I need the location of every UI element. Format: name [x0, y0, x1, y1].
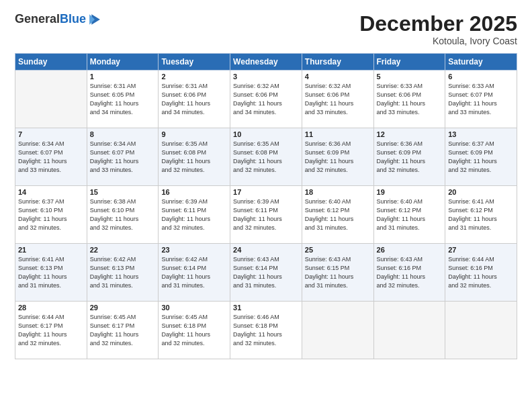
logo: GeneralBlue [15, 12, 102, 27]
calendar-cell: 8Sunrise: 6:34 AMSunset: 6:07 PMDaylight… [87, 128, 159, 186]
week-row-4: 21Sunrise: 6:41 AMSunset: 6:13 PMDayligh… [15, 244, 517, 302]
day-number: 19 [377, 188, 443, 196]
cell-info: Sunrise: 6:38 AMSunset: 6:10 PMDaylight:… [90, 197, 156, 232]
calendar-cell: 28Sunrise: 6:44 AMSunset: 6:17 PMDayligh… [15, 302, 87, 359]
day-number: 16 [161, 188, 227, 196]
cell-info: Sunrise: 6:33 AMSunset: 6:07 PMDaylight:… [448, 82, 514, 117]
calendar-cell: 27Sunrise: 6:44 AMSunset: 6:16 PMDayligh… [445, 244, 517, 302]
day-number: 25 [305, 246, 371, 254]
cell-info: Sunrise: 6:31 AMSunset: 6:05 PMDaylight:… [90, 82, 156, 117]
cell-info: Sunrise: 6:46 AMSunset: 6:18 PMDaylight:… [233, 313, 299, 348]
calendar-cell: 13Sunrise: 6:37 AMSunset: 6:09 PMDayligh… [445, 128, 517, 186]
cell-info: Sunrise: 6:43 AMSunset: 6:15 PMDaylight:… [305, 255, 371, 290]
week-row-2: 7Sunrise: 6:34 AMSunset: 6:07 PMDaylight… [15, 128, 517, 186]
week-row-1: 1Sunrise: 6:31 AMSunset: 6:05 PMDaylight… [15, 71, 517, 128]
cell-info: Sunrise: 6:39 AMSunset: 6:11 PMDaylight:… [233, 197, 299, 232]
day-number: 28 [18, 304, 84, 312]
cell-info: Sunrise: 6:34 AMSunset: 6:07 PMDaylight:… [18, 140, 84, 175]
calendar-cell: 22Sunrise: 6:42 AMSunset: 6:13 PMDayligh… [87, 244, 159, 302]
day-number: 14 [18, 188, 84, 196]
cell-info: Sunrise: 6:32 AMSunset: 6:06 PMDaylight:… [305, 82, 371, 117]
day-number: 24 [233, 246, 299, 254]
day-number: 9 [161, 130, 227, 138]
calendar-cell: 25Sunrise: 6:43 AMSunset: 6:15 PMDayligh… [302, 244, 373, 302]
calendar-cell: 23Sunrise: 6:42 AMSunset: 6:14 PMDayligh… [159, 244, 230, 302]
calendar-cell: 15Sunrise: 6:38 AMSunset: 6:10 PMDayligh… [87, 186, 159, 244]
calendar-cell: 4Sunrise: 6:32 AMSunset: 6:06 PMDaylight… [302, 71, 373, 128]
calendar-cell [445, 302, 517, 359]
day-number: 22 [90, 246, 156, 254]
calendar-cell [302, 302, 373, 359]
day-number: 3 [233, 73, 299, 81]
day-number: 6 [448, 73, 514, 81]
day-number: 8 [90, 130, 156, 138]
cell-info: Sunrise: 6:33 AMSunset: 6:06 PMDaylight:… [377, 82, 443, 117]
cell-info: Sunrise: 6:31 AMSunset: 6:06 PMDaylight:… [161, 82, 227, 117]
header: GeneralBlue December 2025 Kotoula, Ivory… [15, 12, 517, 46]
cell-info: Sunrise: 6:37 AMSunset: 6:09 PMDaylight:… [448, 140, 514, 175]
calendar-cell: 21Sunrise: 6:41 AMSunset: 6:13 PMDayligh… [15, 244, 87, 302]
location: Kotoula, Ivory Coast [359, 36, 517, 46]
logo-general-text: General [15, 12, 60, 26]
weekday-header-friday: Friday [373, 54, 445, 71]
weekday-header-row: SundayMondayTuesdayWednesdayThursdayFrid… [15, 54, 517, 71]
weekday-header-thursday: Thursday [302, 54, 373, 71]
cell-info: Sunrise: 6:35 AMSunset: 6:08 PMDaylight:… [161, 140, 227, 175]
weekday-header-wednesday: Wednesday [230, 54, 302, 71]
calendar-cell: 9Sunrise: 6:35 AMSunset: 6:08 PMDaylight… [159, 128, 230, 186]
cell-info: Sunrise: 6:36 AMSunset: 6:09 PMDaylight:… [377, 140, 443, 175]
cell-info: Sunrise: 6:45 AMSunset: 6:17 PMDaylight:… [90, 313, 156, 348]
cell-info: Sunrise: 6:39 AMSunset: 6:11 PMDaylight:… [161, 197, 227, 232]
day-number: 13 [448, 130, 514, 138]
weekday-header-saturday: Saturday [445, 54, 517, 71]
day-number: 23 [161, 246, 227, 254]
calendar-cell: 29Sunrise: 6:45 AMSunset: 6:17 PMDayligh… [87, 302, 159, 359]
day-number: 7 [18, 130, 84, 138]
weekday-header-monday: Monday [87, 54, 159, 71]
calendar-cell [373, 302, 445, 359]
calendar-cell: 5Sunrise: 6:33 AMSunset: 6:06 PMDaylight… [373, 71, 445, 128]
day-number: 12 [377, 130, 443, 138]
day-number: 31 [233, 304, 299, 312]
calendar-cell: 17Sunrise: 6:39 AMSunset: 6:11 PMDayligh… [230, 186, 302, 244]
cell-info: Sunrise: 6:43 AMSunset: 6:14 PMDaylight:… [233, 255, 299, 290]
page: GeneralBlue December 2025 Kotoula, Ivory… [0, 0, 532, 411]
week-row-5: 28Sunrise: 6:44 AMSunset: 6:17 PMDayligh… [15, 302, 517, 359]
calendar-cell: 1Sunrise: 6:31 AMSunset: 6:05 PMDaylight… [87, 71, 159, 128]
calendar-cell: 10Sunrise: 6:35 AMSunset: 6:08 PMDayligh… [230, 128, 302, 186]
cell-info: Sunrise: 6:40 AMSunset: 6:12 PMDaylight:… [305, 197, 371, 232]
title-block: December 2025 Kotoula, Ivory Coast [359, 12, 517, 46]
calendar-cell [15, 71, 87, 128]
cell-info: Sunrise: 6:43 AMSunset: 6:16 PMDaylight:… [377, 255, 443, 290]
calendar-cell: 3Sunrise: 6:32 AMSunset: 6:06 PMDaylight… [230, 71, 302, 128]
calendar-cell: 2Sunrise: 6:31 AMSunset: 6:06 PMDaylight… [159, 71, 230, 128]
cell-info: Sunrise: 6:44 AMSunset: 6:16 PMDaylight:… [448, 255, 514, 290]
cell-info: Sunrise: 6:42 AMSunset: 6:13 PMDaylight:… [90, 255, 156, 290]
calendar-cell: 16Sunrise: 6:39 AMSunset: 6:11 PMDayligh… [159, 186, 230, 244]
day-number: 21 [18, 246, 84, 254]
calendar-cell: 6Sunrise: 6:33 AMSunset: 6:07 PMDaylight… [445, 71, 517, 128]
day-number: 26 [377, 246, 443, 254]
day-number: 15 [90, 188, 156, 196]
month-title: December 2025 [359, 12, 517, 36]
day-number: 1 [90, 73, 156, 81]
calendar-cell: 12Sunrise: 6:36 AMSunset: 6:09 PMDayligh… [373, 128, 445, 186]
calendar-cell: 30Sunrise: 6:45 AMSunset: 6:18 PMDayligh… [159, 302, 230, 359]
cell-info: Sunrise: 6:37 AMSunset: 6:10 PMDaylight:… [18, 197, 84, 232]
calendar-cell: 14Sunrise: 6:37 AMSunset: 6:10 PMDayligh… [15, 186, 87, 244]
calendar-cell: 26Sunrise: 6:43 AMSunset: 6:16 PMDayligh… [373, 244, 445, 302]
day-number: 2 [161, 73, 227, 81]
day-number: 27 [448, 246, 514, 254]
calendar-cell: 24Sunrise: 6:43 AMSunset: 6:14 PMDayligh… [230, 244, 302, 302]
day-number: 5 [377, 73, 443, 81]
day-number: 18 [305, 188, 371, 196]
cell-info: Sunrise: 6:34 AMSunset: 6:07 PMDaylight:… [90, 140, 156, 175]
calendar-cell: 18Sunrise: 6:40 AMSunset: 6:12 PMDayligh… [302, 186, 373, 244]
logo-blue-text: Blue [60, 12, 86, 26]
day-number: 29 [90, 304, 156, 312]
cell-info: Sunrise: 6:42 AMSunset: 6:14 PMDaylight:… [161, 255, 227, 290]
calendar-cell: 19Sunrise: 6:40 AMSunset: 6:12 PMDayligh… [373, 186, 445, 244]
day-number: 11 [305, 130, 371, 138]
day-number: 17 [233, 188, 299, 196]
cell-info: Sunrise: 6:35 AMSunset: 6:08 PMDaylight:… [233, 140, 299, 175]
